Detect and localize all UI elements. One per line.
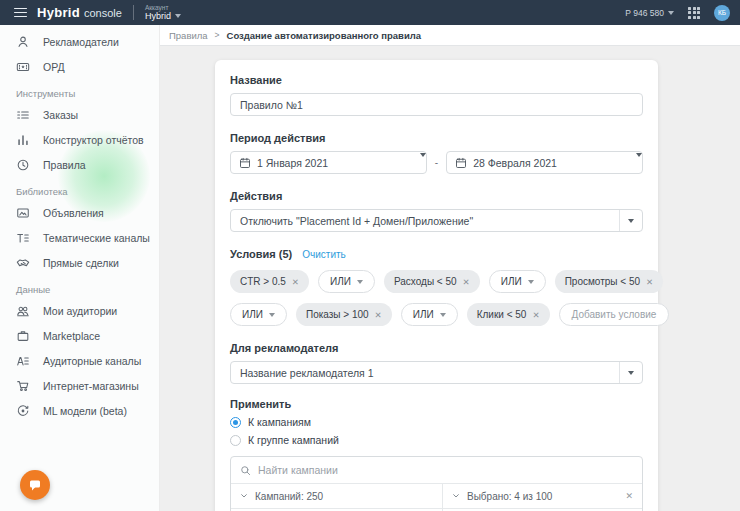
condition-chip-label: CTR > 0.5 (240, 276, 286, 287)
sidebar-item-online-shops[interactable]: Интернет-магазины (0, 373, 159, 398)
user-avatar[interactable]: КБ (714, 5, 730, 21)
advertiser-select[interactable]: Название рекламодателя 1 (230, 361, 643, 384)
sidebar-section-library: Библиотека (16, 186, 159, 197)
sidebar-item-label: Мои аудитории (43, 305, 117, 317)
sidebar-item-label: Тематические каналы (43, 232, 150, 244)
campaign-picker: Кампаний: 250 ✓ Папка 1 (230, 456, 643, 511)
campaign-search-row (231, 457, 642, 484)
action-select[interactable]: Отключить "Placement Id + Домен/Приложен… (230, 209, 643, 232)
operator-chip-label: ИЛИ (501, 276, 522, 287)
remove-condition-icon[interactable]: ✕ (292, 277, 299, 287)
operator-chip[interactable]: ИЛИ (401, 303, 458, 326)
person-icon (16, 35, 30, 49)
selected-column: Выбрано: 4 из 100 ✕ Название рекламодате… (443, 484, 642, 511)
campaign-search-input[interactable] (258, 464, 633, 476)
chevron-down-icon (440, 313, 446, 317)
condition-chip-label: Расходы < 50 (394, 276, 457, 287)
chevron-down-icon (357, 280, 363, 284)
rule-name-input[interactable] (230, 93, 643, 116)
balance-dropdown[interactable]: Р 946 580 (625, 8, 674, 18)
orders-icon (16, 108, 30, 122)
sidebar-item-ord[interactable]: ОРД (0, 54, 159, 79)
account-switcher[interactable]: Аккаунт Hybrid (145, 4, 181, 22)
remove-condition-icon[interactable]: ✕ (646, 277, 653, 287)
operator-chip[interactable]: ИЛИ (489, 270, 546, 293)
clear-selected-icon[interactable]: ✕ (625, 491, 633, 501)
clear-conditions-link[interactable]: Очистить (302, 249, 346, 260)
radio-apply-to-campaign-group[interactable]: К группе кампаний (230, 434, 643, 446)
sidebar-section-data: Данные (16, 284, 159, 295)
campaigns-column: Кампаний: 250 ✓ Папка 1 (231, 484, 443, 511)
remove-condition-icon[interactable]: ✕ (532, 310, 539, 320)
period-range-separator: - (435, 157, 438, 168)
search-icon (240, 465, 251, 476)
chevron-down-icon (636, 153, 642, 169)
chevron-down-icon (528, 280, 534, 284)
chevron-down-icon (269, 313, 275, 317)
audience-channels-icon (16, 354, 30, 368)
account-value: Hybrid (145, 11, 171, 21)
sidebar-item-marketplace[interactable]: Marketplace (0, 323, 159, 348)
sidebar-item-ml-models[interactable]: ML модели (beta) (0, 398, 159, 423)
breadcrumb: Правила > Создание автоматизированного п… (160, 25, 740, 46)
remove-condition-icon[interactable]: ✕ (463, 277, 470, 287)
sidebar-item-label: ОРД (43, 61, 65, 73)
sidebar-item-orders[interactable]: Заказы (0, 102, 159, 127)
sidebar-item-label: Конструктор отчётов (43, 134, 144, 146)
avatar-initials: КБ (718, 9, 726, 16)
sidebar-item-advertisers[interactable]: Рекламодатели (0, 29, 159, 54)
condition-chip[interactable]: Расходы < 50✕ (384, 270, 480, 293)
sidebar-item-rules[interactable]: Правила (0, 152, 159, 177)
operator-chip[interactable]: ИЛИ (230, 303, 287, 326)
sidebar-item-audience-channels[interactable]: Аудиторные каналы (0, 348, 159, 373)
breadcrumb-current: Создание автоматизированного правила (227, 30, 422, 41)
logo-primary: Hybrid (37, 5, 80, 20)
hamburger-menu-icon[interactable] (14, 8, 27, 18)
radio-apply-to-campaigns[interactable]: К кампаниям (230, 416, 643, 428)
operator-chip-label: ИЛИ (330, 276, 351, 287)
content-area: Название Период действия 1 Января 2021 (160, 46, 740, 511)
chevron-down-icon (668, 11, 674, 15)
sidebar-item-my-audiences[interactable]: Мои аудитории (0, 298, 159, 323)
radio-unselected-icon (230, 435, 241, 446)
sidebar-item-label: Прямые сделки (43, 257, 119, 269)
period-end-datepicker[interactable]: 28 Февраля 2021 (446, 151, 643, 174)
sidebar-item-thematic-channels[interactable]: Тематические каналы (0, 225, 159, 250)
condition-chip[interactable]: CTR > 0.5✕ (230, 270, 309, 293)
account-label: Аккаунт (145, 4, 181, 11)
chat-bubble-icon (27, 477, 43, 493)
sidebar-item-label: Объявления (43, 207, 104, 219)
condition-chip[interactable]: Показы > 100✕ (296, 303, 392, 326)
sidebar-item-label: Заказы (43, 109, 78, 121)
top-bar: Hybrid console Аккаунт Hybrid Р 946 580 … (0, 0, 740, 25)
chat-support-button[interactable] (20, 470, 50, 500)
condition-chip[interactable]: Просмотры < 50✕ (555, 270, 664, 293)
remove-condition-icon[interactable]: ✕ (375, 310, 382, 320)
chevron-down-icon[interactable] (452, 492, 460, 500)
apply-label: Применить (230, 398, 643, 410)
add-condition-button[interactable]: Добавить условие (559, 303, 670, 326)
period-start-datepicker[interactable]: 1 Января 2021 (230, 151, 427, 174)
sidebar-item-report-builder[interactable]: Конструктор отчётов (0, 127, 159, 152)
chevron-down-icon (420, 153, 426, 169)
name-label: Название (230, 74, 643, 86)
report-builder-icon (16, 133, 30, 147)
sidebar-item-direct-deals[interactable]: Прямые сделки (0, 250, 159, 275)
ads-icon (16, 206, 30, 220)
radio-label: К кампаниям (248, 416, 311, 428)
balance-value: Р 946 580 (625, 8, 664, 18)
apps-grid-icon[interactable] (688, 7, 700, 19)
operator-chip-label: ИЛИ (413, 309, 434, 320)
conditions-label: Условия (5) (230, 248, 292, 260)
sidebar-section-tools: Инструменты (16, 88, 159, 99)
condition-chip[interactable]: Клики < 50✕ (467, 303, 550, 326)
ticket-icon (16, 60, 30, 74)
rule-form-card: Название Период действия 1 Января 2021 (215, 60, 658, 511)
breadcrumb-rules[interactable]: Правила (169, 30, 208, 41)
chevron-down-icon[interactable] (240, 492, 248, 500)
advertiser-label: Для рекламодателя (230, 342, 643, 354)
sidebar-item-ads[interactable]: Объявления (0, 200, 159, 225)
topbar-divider (133, 5, 134, 20)
operator-chip[interactable]: ИЛИ (318, 270, 375, 293)
audiences-icon (16, 304, 30, 318)
